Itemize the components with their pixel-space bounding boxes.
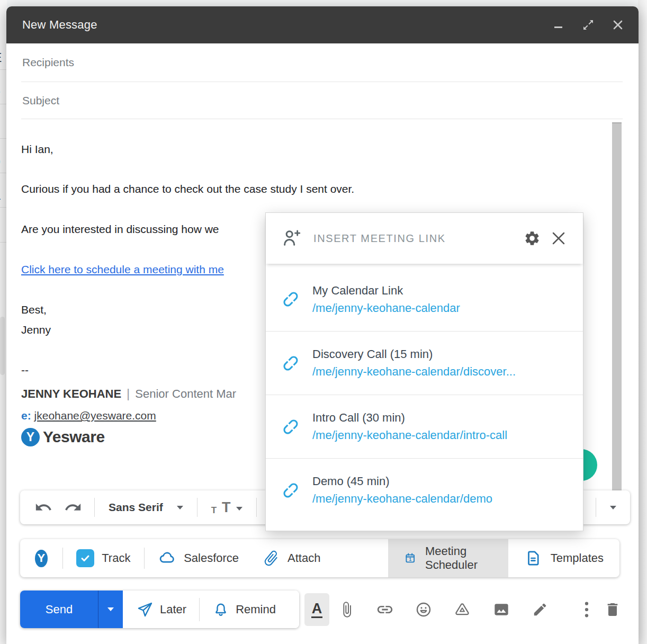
meeting-link-list: My Calendar Link /me/jenny-keohane-calen… <box>266 267 583 522</box>
insert-photo-icon[interactable] <box>492 600 511 619</box>
minimize-icon[interactable] <box>552 18 565 32</box>
signature-job-title: Senior Content Mar <box>135 387 236 400</box>
chevron-down-icon <box>236 507 242 511</box>
divider <box>62 548 63 569</box>
more-options-icon[interactable] <box>577 600 596 619</box>
window-title: New Message <box>22 18 97 32</box>
yesware-wordmark: Yesware <box>43 427 105 447</box>
divider <box>94 498 95 517</box>
more-formatting-icon[interactable] <box>610 506 616 509</box>
chevron-down-icon <box>107 607 114 611</box>
chain-link-icon <box>281 353 301 373</box>
yesware-logo-icon[interactable]: Y <box>35 550 48 567</box>
drive-icon[interactable] <box>453 600 472 619</box>
chain-link-icon <box>281 289 301 309</box>
background-page-right <box>638 0 647 644</box>
format-a-icon: A <box>311 601 323 618</box>
meeting-link-url: /me/jenny-keohane-calendar/intro-call <box>312 428 507 442</box>
popup-header: INSERT MEETING LINK <box>266 213 583 264</box>
calendar-icon: 1 <box>404 549 417 567</box>
meeting-link-url: /me/jenny-keohane-calendar/discover... <box>312 365 516 379</box>
divider <box>144 548 145 569</box>
send-options-dropdown[interactable] <box>98 591 123 628</box>
chain-link-icon <box>281 417 301 437</box>
chain-link-icon <box>281 480 301 500</box>
formatting-options-button[interactable]: A <box>304 593 329 626</box>
signature-name: JENNY KEOHANE <box>21 387 121 400</box>
meeting-link-label: Intro Call (30 min) <box>312 411 507 425</box>
track-toggle[interactable]: Track <box>76 549 130 567</box>
salesforce-button[interactable]: Salesforce <box>158 549 239 567</box>
background-scrollbar <box>0 317 5 375</box>
recipients-placeholder: Recipients <box>21 56 74 69</box>
remind-button[interactable]: Remind <box>212 601 276 618</box>
signature-logo: Y Yesware <box>21 427 105 447</box>
meeting-link-item[interactable]: My Calendar Link /me/jenny-keohane-calen… <box>266 267 583 331</box>
attach-button[interactable]: Attach <box>262 549 320 567</box>
cloud-icon <box>158 549 176 567</box>
meeting-scheduler-button[interactable]: 1 Meeting Scheduler <box>388 539 508 577</box>
meeting-link-label: Discovery Call (15 min) <box>312 347 516 361</box>
later-label: Later <box>160 603 186 616</box>
close-icon[interactable] <box>611 18 625 32</box>
font-family-selector[interactable]: Sans Serif <box>109 501 183 514</box>
signature-divider: -- <box>21 360 29 380</box>
meeting-link-label: My Calendar Link <box>312 284 460 298</box>
body-line: Are you interested in discussing how we <box>21 219 219 239</box>
send-button[interactable]: Send <box>20 591 98 628</box>
divider <box>197 498 197 517</box>
document-icon <box>524 549 542 567</box>
divider <box>256 498 257 517</box>
templates-button[interactable]: Templates <box>508 539 619 577</box>
popout-icon[interactable] <box>581 18 595 32</box>
body-scrollbar[interactable] <box>612 122 622 495</box>
meeting-link-item[interactable]: Discovery Call (15 min) /me/jenny-keohan… <box>266 331 583 395</box>
redo-icon[interactable] <box>62 497 84 518</box>
person-add-icon <box>281 228 302 249</box>
font-family-label: Sans Serif <box>109 501 163 514</box>
divider <box>199 598 200 621</box>
yesware-toolbar: Y Track Salesforce Attach 1 Meeting Sche… <box>20 539 619 577</box>
signature-name-line: JENNY KEOHANE|Senior Content Mar <box>21 383 236 404</box>
pen-signature-icon[interactable] <box>531 600 550 619</box>
recipients-field[interactable]: Recipients <box>21 43 623 82</box>
templates-label: Templates <box>551 551 604 565</box>
attach-label: Attach <box>287 551 320 565</box>
subject-field[interactable]: Subject <box>21 82 623 119</box>
signature-separator: | <box>127 386 130 400</box>
close-icon[interactable] <box>549 229 568 248</box>
body-line: Curious if you had a chance to check out… <box>21 179 354 199</box>
popup-title: INSERT MEETING LINK <box>313 232 523 245</box>
meeting-link-item[interactable]: Intro Call (30 min) /me/jenny-keohane-ca… <box>266 395 583 458</box>
insert-meeting-link-popup: INSERT MEETING LINK My Calendar Link /me… <box>265 212 583 531</box>
track-checkbox-icon[interactable] <box>76 549 94 567</box>
bell-icon <box>212 601 229 618</box>
attach-files-icon[interactable] <box>337 600 356 619</box>
trash-icon[interactable] <box>603 600 622 619</box>
schedule-meeting-link[interactable]: Click here to schedule a meeting with me <box>21 260 224 280</box>
subject-placeholder: Subject <box>21 94 59 107</box>
paperclip-icon <box>258 545 284 571</box>
text-size-selector[interactable]: T T <box>211 500 242 515</box>
gear-icon[interactable] <box>523 229 542 248</box>
yesware-logo-icon: Y <box>21 428 40 446</box>
divider <box>596 498 596 517</box>
body-line: Hi Ian, <box>21 139 53 159</box>
track-label: Track <box>102 551 130 565</box>
signature-email-line: e: jkeohane@yesware.com <box>21 406 156 426</box>
insert-link-icon[interactable] <box>375 600 394 619</box>
body-line: Best, <box>21 300 47 320</box>
email-label: e: <box>21 409 31 422</box>
svg-text:1: 1 <box>409 557 412 562</box>
meeting-link-item[interactable]: Demo (45 min) /me/jenny-keohane-calendar… <box>266 458 583 522</box>
body-line: Jenny <box>21 320 51 340</box>
undo-icon[interactable] <box>33 497 54 518</box>
meeting-link-url: /me/jenny-keohane-calendar <box>312 301 460 315</box>
paper-plane-icon <box>137 601 154 618</box>
meeting-link-label: Demo (45 min) <box>312 475 492 488</box>
send-bar: Send Later Remind <box>20 591 299 628</box>
emoji-icon[interactable] <box>414 600 433 619</box>
salesforce-label: Salesforce <box>184 551 239 565</box>
send-later-button[interactable]: Later <box>137 601 186 618</box>
signature-email[interactable]: jkeohane@yesware.com <box>34 409 156 422</box>
